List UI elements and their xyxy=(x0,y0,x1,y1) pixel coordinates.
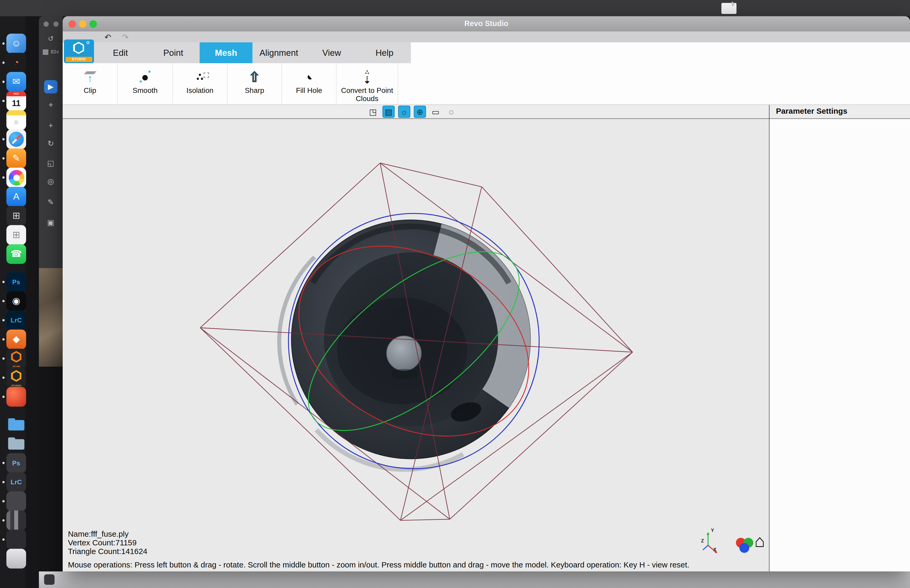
menu-tab-edit[interactable]: Edit xyxy=(94,42,147,63)
dock-window-thumb-lrc[interactable]: LrC xyxy=(6,472,26,492)
3d-viewport[interactable] xyxy=(63,119,769,572)
axis-z-label: Z xyxy=(701,538,704,544)
dock-lightroom[interactable]: LrC xyxy=(6,310,26,330)
isolation-button[interactable]: ∴Isolation xyxy=(173,63,228,105)
document-icon[interactable] xyxy=(721,3,737,14)
dock-revo-scan[interactable]: SCAN xyxy=(6,349,26,368)
history-strip: ↶ ↷ xyxy=(63,31,910,43)
fill-hole-button[interactable]: ◖Fill Hole xyxy=(282,63,336,105)
dock-window-thumb-1[interactable] xyxy=(6,491,26,511)
dock-swirl-app[interactable]: ◉ xyxy=(6,291,26,311)
dock-mail[interactable]: ✉ xyxy=(6,72,26,92)
axis-triad[interactable]: Y Z X xyxy=(700,529,721,556)
bg-crosshair-tool[interactable]: ⌖ xyxy=(44,98,58,111)
menu-tab-help[interactable]: Help xyxy=(358,42,411,63)
undo-icon[interactable]: ↶ xyxy=(105,32,112,42)
title-bar[interactable]: Revo Studio xyxy=(63,16,910,31)
triangle-count: Triangle Count:141624 xyxy=(68,547,147,556)
dock-calculator[interactable]: ⊞ xyxy=(6,206,26,226)
axis-y-label: Y xyxy=(711,528,714,533)
tool-label: Convert to Point Clouds xyxy=(336,86,397,103)
dock-photoshop[interactable]: Ps xyxy=(6,272,26,292)
globe-view-toggle[interactable]: ⊕ xyxy=(414,105,426,118)
convert-button[interactable]: ∴⇣Convert to Point Clouds xyxy=(336,63,398,105)
bg-refresh-icon[interactable]: ↺ xyxy=(39,35,63,43)
sharp-button[interactable]: ⇧Sharp xyxy=(228,63,282,105)
bg-traffic-light-1[interactable] xyxy=(44,22,49,27)
logo-dot-icon xyxy=(86,41,89,44)
tool-label: Clip xyxy=(81,86,99,95)
logo-hexagon-icon xyxy=(73,42,84,54)
dock-window-thumb-ps[interactable]: Ps xyxy=(6,453,26,473)
dock-app-store[interactable]: A xyxy=(6,187,26,207)
bg-move-tool[interactable]: + xyxy=(44,119,58,132)
bg-box-tool[interactable]: ▣ xyxy=(44,216,58,229)
convert-icon: ∴⇣ xyxy=(363,68,371,87)
mesh-toolbar: ↑Clip●Smooth∴Isolation⇧Sharp◖Fill Hole∴⇣… xyxy=(63,63,910,105)
tool-label: Fill Hole xyxy=(294,86,324,95)
menu-row: EditPointMeshAlignmentViewHelp xyxy=(63,42,910,63)
background-window-footer xyxy=(39,572,910,588)
dock-calendar[interactable]: DEZ11 xyxy=(6,91,26,111)
bg-select-tool[interactable]: ▶ xyxy=(44,80,58,94)
minimize-button[interactable] xyxy=(79,20,87,28)
clip-button[interactable]: ↑Clip xyxy=(63,63,118,105)
parameter-settings-panel xyxy=(769,119,910,572)
dock-pencil-app[interactable]: ✎ xyxy=(6,149,26,168)
wallpaper-texture xyxy=(39,268,63,367)
axis-x-label: X xyxy=(713,547,716,552)
revo-studio-window: Revo Studio ↶ ↷ EditPointMeshAlignmentVi… xyxy=(63,16,910,572)
desktop-area xyxy=(39,367,63,572)
dock-orange-3d[interactable]: ◆ xyxy=(6,330,26,349)
fillhole-icon: ◖ xyxy=(305,68,312,87)
redo-icon[interactable]: ↷ xyxy=(122,32,129,42)
color-render-toggle[interactable] xyxy=(736,536,756,555)
dock-launchpad[interactable]: ⊞ xyxy=(6,225,26,245)
clip-icon: ↑ xyxy=(85,68,95,87)
dock-photos[interactable] xyxy=(6,168,26,187)
bg-target-tool[interactable]: ◎ xyxy=(44,174,58,188)
view-cube-toggle[interactable]: ◳ xyxy=(367,105,379,118)
bg-pen-tool[interactable]: ✎ xyxy=(44,195,58,209)
dock-safari[interactable] xyxy=(6,129,26,149)
shaded-view-toggle[interactable]: ▨ xyxy=(383,105,395,118)
footer-app-icon[interactable] xyxy=(44,574,55,585)
dock-folder-blue[interactable] xyxy=(6,415,26,435)
home-view-button[interactable]: ⌂ xyxy=(754,531,765,551)
dock: ☺◔✉DEZ11≡✎A⊞⊞☎Ps◉LrC◆SCANSTUDIOPsLrC xyxy=(3,34,29,568)
dock-window-thumb-3[interactable] xyxy=(6,530,26,549)
dock-folder-item[interactable] xyxy=(6,434,26,454)
dock-dark-app[interactable]: ◔ xyxy=(6,53,26,73)
bg-traffic-light-2[interactable] xyxy=(53,22,59,27)
close-button[interactable] xyxy=(68,20,76,28)
3d-scene-canvas[interactable] xyxy=(63,119,769,572)
dock-trash[interactable] xyxy=(6,549,26,569)
isolation-icon: ∴ xyxy=(196,68,204,87)
rect-select-toggle[interactable]: ▭ xyxy=(430,105,441,118)
menu-strip: EditPointMeshAlignmentViewHelp xyxy=(94,42,411,63)
dock-whatsapp[interactable]: ☎ xyxy=(6,244,26,264)
menu-tab-point[interactable]: Point xyxy=(147,42,200,63)
smooth-button[interactable]: ●Smooth xyxy=(118,63,173,105)
dock-notes[interactable]: ≡ xyxy=(6,110,26,130)
background-app-window: ↺▦ 83∨ ▶⌖+↻◱◎✎▣ xyxy=(39,16,63,268)
smooth-icon: ● xyxy=(141,68,149,87)
model-name: Name:fff_fuse.ply xyxy=(68,530,147,538)
bg-scale-tool[interactable]: ◱ xyxy=(44,157,58,170)
feature-view-toggle[interactable]: ☼ xyxy=(398,105,410,118)
tool-label: Sharp xyxy=(242,86,267,95)
zoom-button[interactable] xyxy=(89,20,97,28)
dock-window-thumb-2[interactable] xyxy=(6,510,26,530)
lasso-select-toggle[interactable]: ◌ xyxy=(445,105,457,118)
menu-tab-mesh[interactable]: Mesh xyxy=(200,42,252,63)
desktop: ☺◔✉DEZ11≡✎A⊞⊞☎Ps◉LrC◆SCANSTUDIOPsLrC ↺▦ … xyxy=(0,0,910,588)
rgb-blue-icon xyxy=(739,543,749,553)
bg-rotate-tool[interactable]: ↻ xyxy=(44,137,58,150)
menu-tab-view[interactable]: View xyxy=(305,42,358,63)
dock-finder[interactable]: ☺ xyxy=(6,34,26,53)
bg-frames-badge[interactable]: ▦ 83∨ xyxy=(39,48,63,56)
panel-title: Parameter Settings xyxy=(776,107,847,116)
menu-tab-alignment[interactable]: Alignment xyxy=(252,42,305,63)
dock-red-sphere[interactable] xyxy=(6,387,26,407)
dock-revo-studio[interactable]: STUDIO xyxy=(6,368,26,388)
